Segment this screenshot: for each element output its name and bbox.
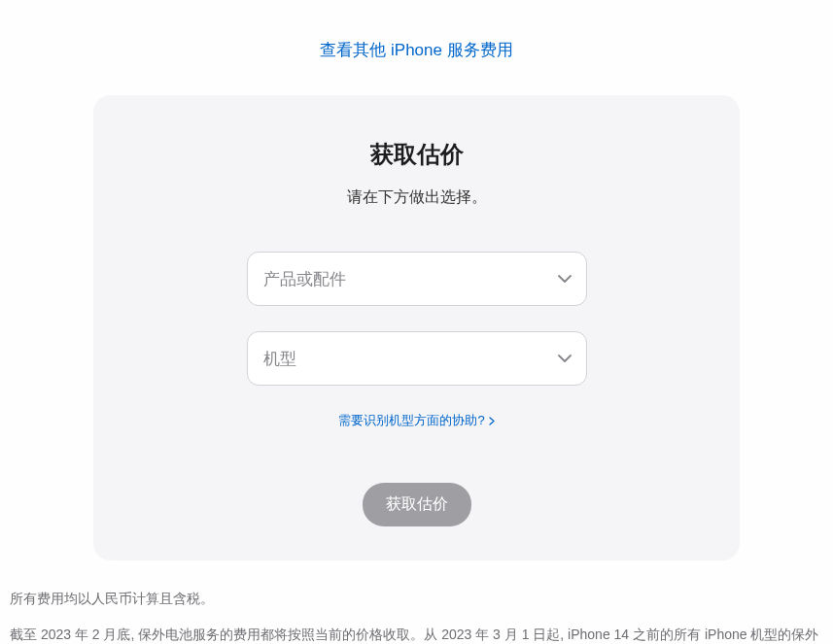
estimate-card: 获取估价 请在下方做出选择。 产品或配件 机型 需要识别机型方面的协助?: [93, 95, 740, 560]
model-select-wrapper: 机型: [247, 331, 587, 386]
product-select-placeholder: 产品或配件: [263, 268, 346, 290]
top-link-wrapper: 查看其他 iPhone 服务费用: [0, 39, 833, 61]
footer-line-2-part1: 截至 2023 年 2 月底, 保外电池服务的费用都将按照当前的价格收取。从 2…: [10, 627, 818, 644]
footer-text: 所有费用均以人民币计算且含税。 截至 2023 年 2 月底, 保外电池服务的费…: [0, 560, 833, 644]
card-subtitle: 请在下方做出选择。: [132, 187, 701, 208]
get-estimate-button[interactable]: 获取估价: [363, 483, 471, 526]
card-title: 获取估价: [132, 139, 701, 170]
other-services-link[interactable]: 查看其他 iPhone 服务费用: [320, 41, 512, 59]
help-link-label: 需要识别机型方面的协助?: [338, 412, 484, 429]
product-select[interactable]: 产品或配件: [247, 252, 587, 306]
footer-line-1: 所有费用均以人民币计算且含税。: [10, 585, 823, 613]
model-select-placeholder: 机型: [263, 348, 296, 370]
footer-line-2: 截至 2023 年 2 月底, 保外电池服务的费用都将按照当前的价格收取。从 2…: [10, 621, 823, 644]
product-select-wrapper: 产品或配件: [247, 252, 587, 306]
model-select[interactable]: 机型: [247, 331, 587, 386]
help-identify-link[interactable]: 需要识别机型方面的协助?: [338, 412, 494, 429]
chevron-right-icon: [489, 417, 495, 425]
